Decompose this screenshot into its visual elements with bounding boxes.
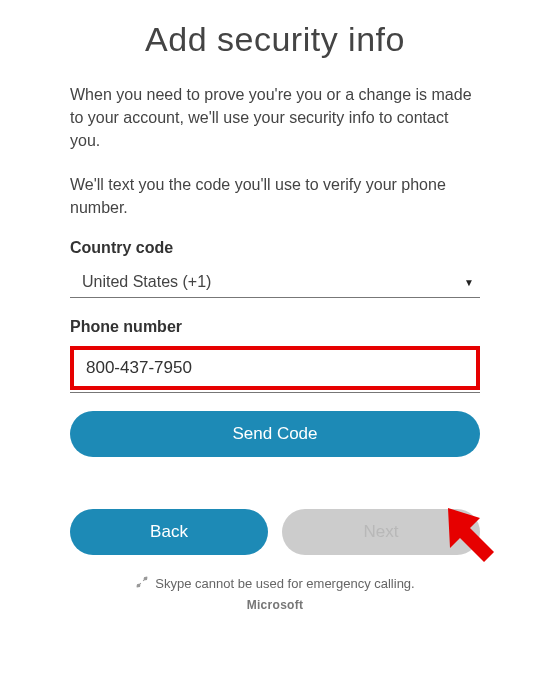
phone-underline: [70, 392, 480, 393]
svg-point-1: [144, 577, 147, 580]
page-title: Add security info: [70, 20, 480, 59]
description-primary: When you need to prove you're you or a c…: [70, 83, 480, 153]
send-code-button[interactable]: Send Code: [70, 411, 480, 457]
tools-icon: [135, 575, 149, 592]
svg-point-0: [137, 584, 140, 587]
country-code-select[interactable]: United States (+1) ▼: [70, 267, 480, 298]
emergency-notice: Skype cannot be used for emergency calli…: [135, 575, 414, 592]
brand-label: Microsoft: [70, 598, 480, 612]
phone-highlight-box: [70, 346, 480, 390]
country-code-value[interactable]: United States (+1): [70, 267, 480, 298]
nav-buttons-row: Back Next: [70, 509, 480, 555]
description-secondary: We'll text you the code you'll use to ve…: [70, 173, 480, 219]
footer: Skype cannot be used for emergency calli…: [70, 575, 480, 612]
next-button: Next: [282, 509, 480, 555]
emergency-text: Skype cannot be used for emergency calli…: [155, 576, 414, 591]
country-code-label: Country code: [70, 239, 480, 257]
phone-number-input[interactable]: [78, 354, 472, 382]
back-button[interactable]: Back: [70, 509, 268, 555]
phone-number-label: Phone number: [70, 318, 480, 336]
